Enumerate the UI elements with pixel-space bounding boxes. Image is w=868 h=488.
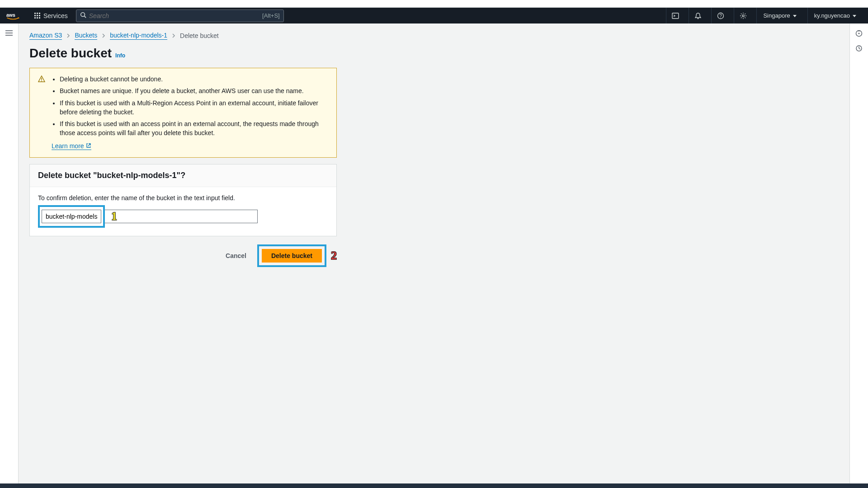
search-icon	[80, 12, 86, 19]
breadcrumb-link-service[interactable]: Amazon S3	[29, 32, 62, 40]
action-buttons: Cancel Delete bucket 2	[29, 244, 337, 267]
global-search[interactable]: [Alt+S]	[76, 9, 284, 22]
breadcrumb: Amazon S3 Buckets bucket-nlp-models-1 De…	[29, 32, 839, 40]
notifications-button[interactable]	[689, 8, 707, 23]
page-title: Delete bucket	[29, 46, 112, 61]
warning-item: Bucket names are unique. If you delete a…	[60, 86, 328, 95]
bottom-bar	[0, 483, 868, 484]
chevron-right-icon	[172, 33, 175, 38]
svg-rect-6	[39, 15, 40, 16]
region-selector[interactable]: Singapore	[756, 8, 802, 23]
svg-text:aws: aws	[6, 12, 15, 17]
annotation-highlight-1	[38, 205, 105, 228]
svg-rect-5	[37, 15, 38, 16]
svg-text:?: ?	[719, 14, 722, 19]
svg-line-22	[88, 144, 90, 146]
annotation-highlight-2: Delete bucket	[257, 244, 326, 267]
svg-rect-8	[37, 17, 38, 19]
warning-alert: Deleting a bucket cannot be undone. Buck…	[29, 68, 337, 158]
top-strip	[0, 0, 868, 8]
chevron-down-icon	[853, 12, 856, 19]
confirm-card: Delete bucket "bucket-nlp-models-1"? To …	[29, 164, 337, 236]
cloudshell-button[interactable]	[666, 8, 684, 23]
chevron-down-icon	[793, 12, 797, 19]
svg-point-10	[80, 13, 85, 17]
preferences-toggle[interactable]	[855, 45, 863, 53]
warning-item: Deleting a bucket cannot be undone.	[60, 75, 328, 84]
breadcrumb-link-buckets[interactable]: Buckets	[75, 32, 97, 40]
svg-rect-3	[39, 13, 40, 14]
warning-item: If this bucket is used with an access po…	[60, 119, 328, 138]
confirm-input-extension[interactable]	[105, 210, 258, 223]
svg-rect-4	[34, 15, 36, 16]
svg-rect-7	[34, 17, 36, 19]
breadcrumb-link-bucket[interactable]: bucket-nlp-models-1	[110, 32, 167, 40]
svg-rect-1	[34, 13, 36, 14]
region-label: Singapore	[763, 12, 790, 19]
breadcrumb-current: Delete bucket	[180, 32, 219, 39]
annotation-number-2: 2	[331, 249, 337, 263]
main-content: Amazon S3 Buckets bucket-nlp-models-1 De…	[18, 23, 850, 484]
svg-line-11	[84, 16, 86, 18]
svg-point-16	[742, 14, 744, 16]
side-nav-toggle[interactable]	[5, 30, 13, 38]
help-button[interactable]: ?	[711, 8, 729, 23]
search-input[interactable]	[89, 12, 259, 19]
annotation-number-1: 1	[111, 210, 117, 223]
chevron-right-icon	[66, 33, 70, 38]
chevron-right-icon	[102, 33, 105, 38]
svg-point-24	[859, 33, 860, 34]
external-link-icon	[86, 142, 91, 150]
svg-point-13	[698, 18, 699, 19]
services-menu[interactable]: Services	[31, 10, 71, 21]
global-nav: aws Services [Alt+S] ? Singapore	[0, 8, 868, 23]
search-hint: [Alt+S]	[262, 12, 280, 19]
svg-rect-9	[39, 17, 40, 19]
svg-point-21	[41, 80, 42, 81]
grid-icon	[34, 13, 41, 19]
right-rail	[850, 23, 868, 484]
left-rail	[0, 23, 18, 484]
confirm-instruction: To confirm deletion, enter the name of t…	[38, 194, 328, 202]
warning-icon	[38, 75, 45, 150]
learn-more-link[interactable]: Learn more	[52, 142, 91, 150]
delete-bucket-button[interactable]: Delete bucket	[262, 249, 322, 263]
confirm-bucket-name-input[interactable]	[42, 210, 101, 223]
user-label: ky.nguyencao	[814, 12, 850, 19]
aws-logo[interactable]: aws	[5, 12, 21, 20]
learn-more-label: Learn more	[52, 142, 84, 150]
account-menu[interactable]: ky.nguyencao	[807, 8, 863, 23]
warning-item: If this bucket is used with a Multi-Regi…	[60, 99, 328, 117]
confirm-heading: Delete bucket "bucket-nlp-models-1"?	[38, 171, 328, 180]
svg-rect-2	[37, 13, 38, 14]
settings-button[interactable]	[734, 8, 752, 23]
cancel-button[interactable]: Cancel	[221, 249, 251, 263]
help-panel-toggle[interactable]	[855, 30, 863, 38]
services-label: Services	[43, 12, 68, 19]
info-link[interactable]: Info	[115, 52, 125, 59]
